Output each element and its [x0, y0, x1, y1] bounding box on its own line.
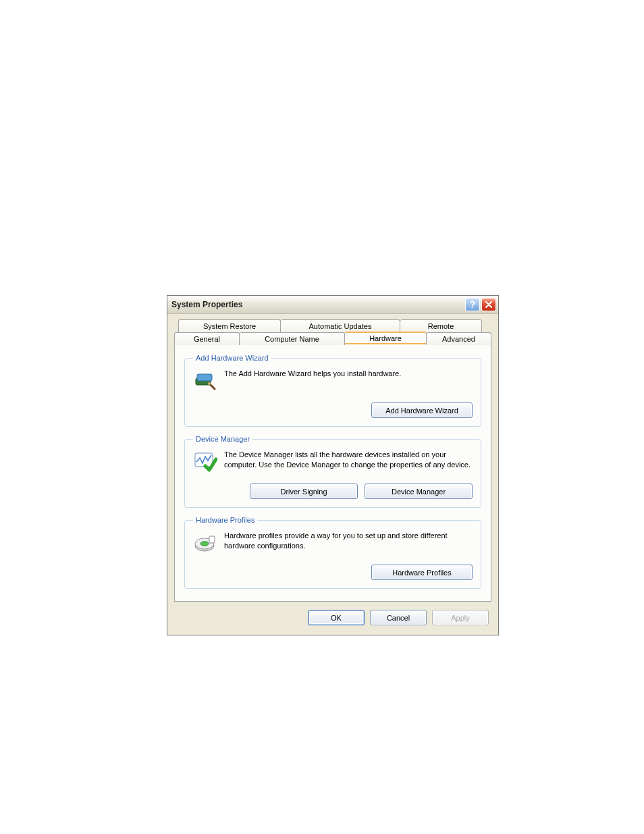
tab-label: Advanced: [442, 335, 475, 343]
device-manager-icon: [193, 450, 217, 474]
titlebar[interactable]: System Properties ?: [167, 296, 498, 314]
system-properties-dialog: System Properties ? System Restore Autom…: [167, 295, 499, 635]
tab-computer-name[interactable]: Computer Name: [240, 332, 345, 345]
group-add-hardware-wizard: Add Hardware Wizard The Add Hardware Wiz…: [184, 354, 481, 427]
dialog-footer: OK Cancel Apply: [167, 602, 498, 635]
tab-label: Automatic Updates: [309, 322, 372, 330]
tab-label: System Restore: [203, 322, 256, 330]
group-device-manager: Device Manager The Device Manager lists …: [184, 435, 481, 508]
group-legend: Hardware Profiles: [193, 516, 257, 524]
close-button[interactable]: [481, 298, 496, 311]
hardware-wizard-icon: [193, 369, 217, 393]
tab-general[interactable]: General: [174, 332, 240, 345]
ok-button[interactable]: OK: [308, 610, 365, 625]
help-button[interactable]: ?: [465, 298, 480, 311]
hardware-profiles-icon: [193, 531, 217, 555]
driver-signing-button[interactable]: Driver Signing: [250, 484, 358, 499]
cancel-button[interactable]: Cancel: [370, 610, 427, 625]
tab-label: Hardware: [369, 334, 402, 342]
group-text: The Device Manager lists all the hardwar…: [224, 450, 473, 470]
device-manager-button[interactable]: Device Manager: [365, 484, 473, 499]
tabstrip: System Restore Automatic Updates Remote …: [167, 314, 498, 602]
tab-panel-hardware: Add Hardware Wizard The Add Hardware Wiz…: [174, 344, 491, 602]
tab-hardware[interactable]: Hardware: [345, 332, 427, 345]
group-hardware-profiles: Hardware Profiles Hardware profiles prov…: [184, 516, 481, 589]
tab-remote[interactable]: Remote: [400, 319, 482, 332]
tab-row-back: System Restore Automatic Updates Remote: [178, 319, 487, 332]
tab-label: Computer Name: [265, 335, 319, 343]
svg-rect-1: [197, 374, 212, 381]
svg-rect-7: [209, 536, 215, 543]
close-icon: [485, 301, 492, 308]
group-legend: Device Manager: [193, 435, 252, 443]
tab-system-restore[interactable]: System Restore: [178, 319, 281, 332]
tab-row-front: General Computer Name Hardware Advanced: [174, 332, 491, 345]
group-legend: Add Hardware Wizard: [193, 354, 271, 362]
svg-point-2: [208, 382, 211, 385]
tab-label: Remote: [428, 322, 454, 330]
group-text: The Add Hardware Wizard helps you instal…: [224, 369, 473, 379]
window-title: System Properties: [171, 300, 464, 309]
tab-automatic-updates[interactable]: Automatic Updates: [281, 319, 400, 332]
tab-advanced[interactable]: Advanced: [427, 332, 491, 345]
group-text: Hardware profiles provide a way for you …: [224, 531, 473, 551]
question-icon: ?: [470, 299, 476, 310]
apply-button: Apply: [432, 610, 489, 625]
svg-point-6: [200, 542, 209, 546]
add-hardware-wizard-button[interactable]: Add Hardware Wizard: [371, 402, 473, 418]
hardware-profiles-button[interactable]: Hardware Profiles: [371, 565, 473, 580]
tab-label: General: [194, 335, 220, 343]
